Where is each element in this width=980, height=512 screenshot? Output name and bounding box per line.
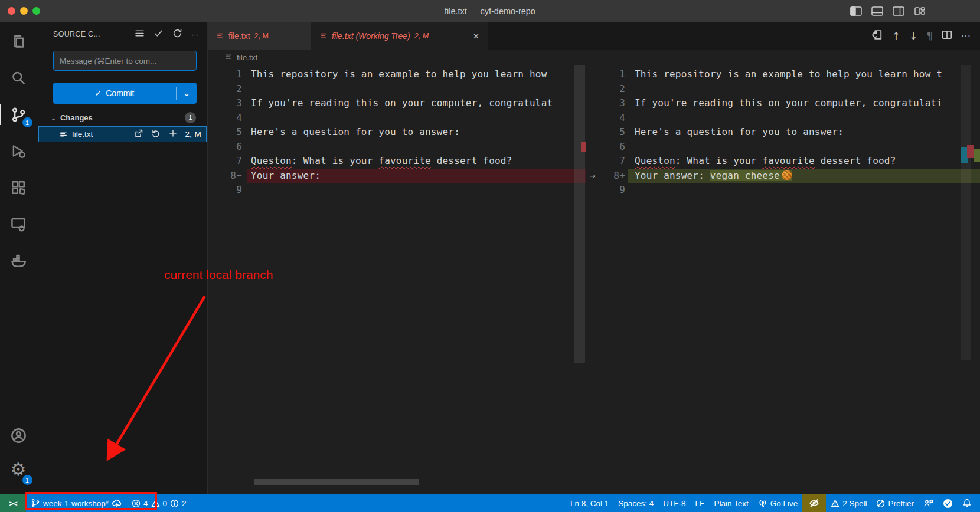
tab-label: file.txt	[228, 31, 250, 41]
revert-arrow-slot	[586, 82, 600, 97]
revert-arrow-icon[interactable]: →	[586, 169, 600, 183]
line-content: Your answer:	[247, 169, 586, 183]
commit-message-input[interactable]	[53, 51, 197, 71]
commit-button[interactable]: ✓ Commit ⌄	[53, 83, 197, 104]
code-line[interactable]: 7Queston: What is your favourite dessert…	[586, 154, 980, 169]
diff-modified-pane: 1This repository is an example to help y…	[586, 65, 980, 494]
cursor-position[interactable]: Ln 8, Col 1	[566, 494, 613, 512]
modified-code: 1This repository is an example to help y…	[586, 65, 980, 198]
code-line[interactable]: 5Here's a question for you to answer:	[586, 125, 980, 140]
file-icon	[59, 130, 68, 139]
tab-problems-badge: 2, M	[254, 32, 269, 40]
customize-layout-icon[interactable]	[914, 6, 926, 16]
line-content	[628, 82, 980, 97]
annotation-label: current local branch	[164, 268, 273, 282]
language-mode[interactable]: Plain Text	[709, 494, 753, 512]
search-icon[interactable]	[0, 64, 37, 92]
open-file-icon[interactable]	[134, 129, 143, 140]
revert-arrow-slot	[586, 140, 600, 155]
open-changes-icon[interactable]	[871, 29, 883, 43]
sync-check-icon[interactable]	[938, 494, 958, 512]
eye-crossed-icon	[809, 498, 819, 508]
status-bar: >< week-1-workshop* 4 0 2 Ln 8, Col 1 Sp…	[0, 494, 980, 512]
hidden-eye-status[interactable]	[802, 494, 826, 512]
code-line[interactable]: 1This repository is an example to help y…	[586, 67, 980, 82]
branch-name: week-1-workshop*	[43, 499, 109, 508]
spell-checker-status[interactable]: 2 Spell	[826, 494, 871, 512]
accounts-icon[interactable]	[0, 421, 37, 449]
commit-check-icon[interactable]	[153, 28, 164, 40]
render-whitespace-icon[interactable]: ¶	[926, 30, 933, 42]
feedback-icon[interactable]	[919, 494, 938, 512]
code-line[interactable]: →8+Your answer: vegan cheese	[586, 169, 980, 183]
eol-sequence[interactable]: LF	[691, 494, 710, 512]
next-change-icon[interactable]: ↓	[909, 30, 917, 42]
split-editor-icon[interactable]	[942, 29, 952, 42]
code-line[interactable]: 3If you're reading this on your computer…	[208, 96, 586, 111]
code-line[interactable]: 6	[208, 140, 586, 155]
line-number: 2	[600, 82, 628, 97]
line-content: If you're reading this on your computer,…	[247, 96, 586, 111]
refresh-icon[interactable]	[172, 28, 182, 40]
view-as-list-icon[interactable]	[135, 28, 145, 40]
toggle-primary-sidebar-icon[interactable]	[850, 6, 862, 16]
revert-arrow-slot	[586, 125, 600, 140]
commit-dropdown-chevron[interactable]: ⌄	[177, 88, 197, 98]
stage-changes-icon[interactable]	[168, 129, 178, 140]
close-tab-icon[interactable]: ✕	[473, 32, 479, 41]
misspelled-word: favourite	[762, 155, 815, 166]
go-live-button[interactable]: Go Live	[753, 494, 803, 512]
settings-gear-icon[interactable]: ⚙ 1	[0, 458, 37, 486]
toggle-secondary-sidebar-icon[interactable]	[893, 6, 904, 16]
toggle-panel-icon[interactable]	[871, 6, 883, 16]
run-debug-icon[interactable]	[0, 137, 37, 165]
source-control-icon[interactable]: 1	[0, 100, 37, 129]
remote-explorer-icon[interactable]	[0, 210, 37, 238]
editor-group: file.txt 2, M file.txt (Working Tree) 2,…	[208, 22, 980, 494]
extensions-icon[interactable]	[0, 173, 37, 202]
changes-section-header[interactable]: ⌄ Changes 1	[37, 110, 208, 125]
branch-indicator[interactable]: week-1-workshop*	[26, 494, 127, 512]
prettier-status[interactable]: Prettier	[871, 494, 919, 512]
code-line[interactable]: 2	[208, 82, 586, 97]
right-scrollbar[interactable]	[961, 65, 971, 360]
file-icon	[224, 53, 233, 61]
code-line[interactable]: 7Queston: What is your favourite dessert…	[208, 154, 586, 169]
code-line[interactable]: 9	[208, 183, 586, 198]
breadcrumbs[interactable]: file.txt	[208, 50, 980, 65]
left-scrollbar[interactable]	[574, 65, 585, 363]
line-number: 7	[600, 154, 628, 169]
line-number: 6	[600, 140, 628, 155]
code-line[interactable]: 3If you're reading this on your computer…	[586, 96, 980, 111]
code-line[interactable]: 9	[586, 183, 980, 198]
code-line[interactable]: 4	[208, 111, 586, 126]
encoding[interactable]: UTF-8	[658, 494, 690, 512]
more-actions-icon[interactable]: ···	[191, 30, 199, 39]
remote-indicator[interactable]: ><	[0, 494, 26, 512]
line-content	[628, 140, 980, 155]
revert-arrow-slot	[586, 154, 600, 169]
misspelled-word: Queston	[251, 155, 292, 166]
explorer-icon[interactable]	[0, 27, 37, 55]
tab-file-txt-working-tree[interactable]: file.txt (Working Tree) 2, M ✕	[311, 22, 488, 50]
tab-file-txt[interactable]: file.txt 2, M	[208, 22, 311, 50]
line-number: 5	[600, 125, 628, 140]
docker-icon[interactable]	[0, 247, 37, 275]
revert-arrow-slot	[586, 67, 600, 82]
changed-file-row[interactable]: file.txt 2, M	[38, 126, 207, 142]
line-number: 9	[600, 183, 628, 198]
code-line[interactable]: 6	[586, 140, 980, 155]
code-line[interactable]: 2	[586, 82, 980, 97]
code-line[interactable]: 8−Your answer:	[208, 169, 586, 183]
horizontal-scrollbar[interactable]	[254, 479, 419, 485]
indentation[interactable]: Spaces: 4	[613, 494, 658, 512]
discard-changes-icon[interactable]	[151, 129, 161, 140]
notifications-bell-icon[interactable]	[958, 494, 976, 512]
code-line[interactable]: 5Here's a question for you to answer:	[208, 125, 586, 140]
problems-indicator[interactable]: 4 0 2	[127, 494, 191, 512]
overview-deleted-mark	[581, 142, 586, 152]
code-line[interactable]: 1This repository is an example to help y…	[208, 67, 586, 82]
code-line[interactable]: 4	[586, 111, 980, 126]
editor-more-actions-icon[interactable]: ···	[961, 31, 971, 41]
previous-change-icon[interactable]: ↑	[892, 30, 900, 42]
